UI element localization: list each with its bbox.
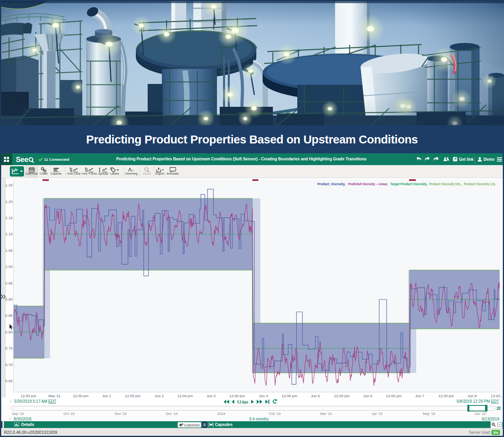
svg-text:Predicted Viscosity – Linear,: Predicted Viscosity – Linear, bbox=[348, 182, 388, 186]
svg-text:Product Viscosity USL,: Product Viscosity USL, bbox=[429, 182, 462, 186]
svg-text:1.05: 1.05 bbox=[6, 248, 13, 253]
svg-text:Product_Viscosity,: Product_Viscosity, bbox=[317, 182, 345, 186]
svg-text:1.25: 1.25 bbox=[6, 183, 13, 187]
svg-text:1.00: 1.00 bbox=[6, 264, 13, 269]
svg-text:Target Product Viscosity,: Target Product Viscosity, bbox=[390, 182, 427, 186]
svg-text:0.70: 0.70 bbox=[6, 363, 13, 367]
svg-text:9.3 days: 9.3 days bbox=[237, 400, 248, 404]
svg-text:1.10: 1.10 bbox=[6, 232, 13, 236]
svg-text:0.95: 0.95 bbox=[6, 281, 13, 285]
svg-text:0.85: 0.85 bbox=[6, 313, 13, 318]
svg-text:1.15: 1.15 bbox=[6, 216, 13, 220]
svg-text:1.20: 1.20 bbox=[6, 199, 13, 204]
svg-text:Product Viscosity LSL: Product Viscosity LSL bbox=[464, 182, 496, 186]
svg-text:See: See bbox=[16, 155, 28, 164]
svg-text:0.90: 0.90 bbox=[6, 297, 13, 301]
svg-text:0.75: 0.75 bbox=[6, 346, 13, 350]
svg-text:0.80: 0.80 bbox=[6, 330, 13, 334]
svg-text:0.65: 0.65 bbox=[6, 379, 13, 383]
